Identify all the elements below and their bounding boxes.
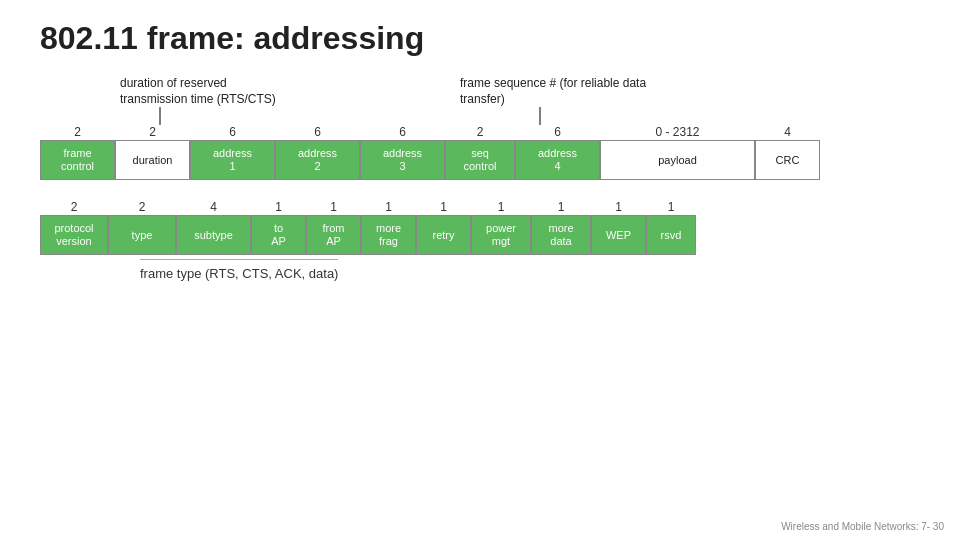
size-label-8: 4 bbox=[755, 125, 820, 139]
size-label-2: 6 bbox=[190, 125, 275, 139]
frame-cell-1: duration bbox=[115, 140, 190, 180]
size-label-10: 1 bbox=[646, 200, 696, 214]
frame-cell-2: address 1 bbox=[190, 140, 275, 180]
size-label-0: 2 bbox=[40, 200, 108, 214]
frame-cell-3: to AP bbox=[251, 215, 306, 255]
frame-cell-4: address 3 bbox=[360, 140, 445, 180]
size-label-6: 6 bbox=[515, 125, 600, 139]
frame-cell-10: rsvd bbox=[646, 215, 696, 255]
size-label-7: 0 - 2312 bbox=[600, 125, 755, 139]
size-label-8: 1 bbox=[531, 200, 591, 214]
size-label-7: 1 bbox=[471, 200, 531, 214]
frame-cell-0: frame control bbox=[40, 140, 115, 180]
frame-cell-5: seq control bbox=[445, 140, 515, 180]
size-label-1: 2 bbox=[115, 125, 190, 139]
frame-cell-2: subtype bbox=[176, 215, 251, 255]
frame-cell-7: power mgt bbox=[471, 215, 531, 255]
frame-cell-8: CRC bbox=[755, 140, 820, 180]
size-label-9: 1 bbox=[591, 200, 646, 214]
size-label-3: 1 bbox=[251, 200, 306, 214]
watermark: Wireless and Mobile Networks: 7- 30 bbox=[781, 521, 944, 532]
frame-cell-8: more data bbox=[531, 215, 591, 255]
size-label-5: 2 bbox=[445, 125, 515, 139]
top-frame-table: 22666260 - 23124frame controldurationadd… bbox=[40, 125, 920, 180]
size-label-1: 2 bbox=[108, 200, 176, 214]
frame-cell-4: from AP bbox=[306, 215, 361, 255]
frame-cell-3: address 2 bbox=[275, 140, 360, 180]
bottom-frame-table: 22411111111protocol versiontypesubtypeto… bbox=[40, 200, 920, 255]
page-title: 802.11 frame: addressing bbox=[40, 20, 920, 57]
frame-cell-1: type bbox=[108, 215, 176, 255]
size-label-0: 2 bbox=[40, 125, 115, 139]
size-label-4: 6 bbox=[360, 125, 445, 139]
size-label-3: 6 bbox=[275, 125, 360, 139]
frame-cell-0: protocol version bbox=[40, 215, 108, 255]
size-label-2: 4 bbox=[176, 200, 251, 214]
annotation-right: frame sequence # (for reliable data tran… bbox=[460, 75, 646, 107]
frame-cell-6: retry bbox=[416, 215, 471, 255]
size-label-5: 1 bbox=[361, 200, 416, 214]
size-label-6: 1 bbox=[416, 200, 471, 214]
frame-cell-5: more frag bbox=[361, 215, 416, 255]
frame-cell-9: WEP bbox=[591, 215, 646, 255]
footer-label: frame type (RTS, CTS, ACK, data) bbox=[140, 266, 338, 281]
frame-cell-7: payload bbox=[600, 140, 755, 180]
frame-cell-6: address 4 bbox=[515, 140, 600, 180]
annotation-left: duration of reserved transmission time (… bbox=[120, 75, 276, 107]
size-label-4: 1 bbox=[306, 200, 361, 214]
